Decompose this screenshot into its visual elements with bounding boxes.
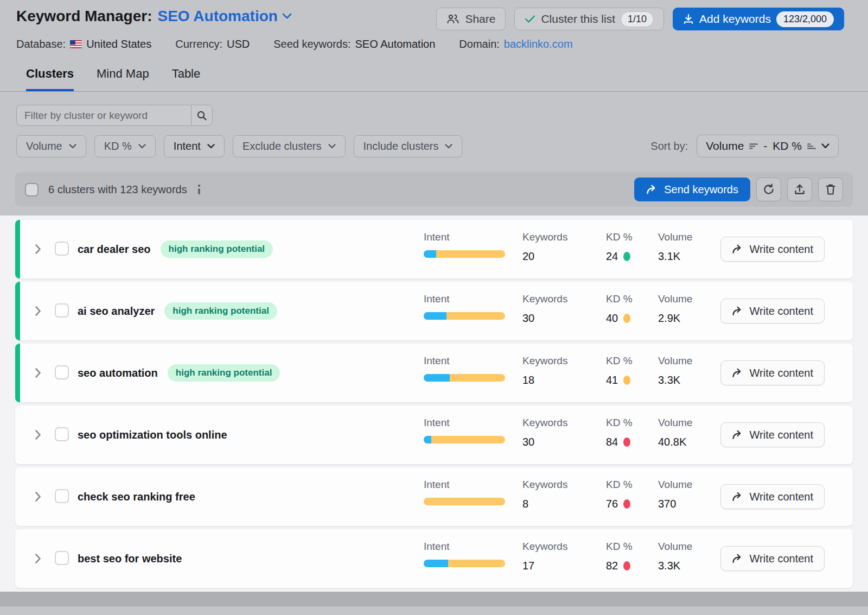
kd-column: KD % 76 [606,479,633,510]
filter-exclude-clusters-label: Exclude clusters [242,140,322,153]
filter-kd[interactable]: KD % [94,135,156,157]
delete-button[interactable] [818,177,843,201]
cluster-row: seo automation high ranking potential In… [15,344,853,402]
select-all-checkbox[interactable] [25,183,39,196]
intent-bar [424,374,505,382]
currency-label: Currency: [175,38,222,50]
row-checkbox[interactable] [55,365,69,379]
intent-bar-commercial-segment [424,312,446,320]
send-keywords-button[interactable]: Send keywords [634,177,750,201]
keywords-column: Keywords 8 [522,479,567,510]
kd-column: KD % 84 [606,417,633,448]
high-ranking-badge: high ranking potential [168,364,280,382]
intent-column: Intent [424,541,505,567]
row-checkbox[interactable] [55,242,69,256]
intent-bar [424,250,505,258]
keywords-column: Keywords 30 [522,293,567,325]
intent-bar [424,560,505,567]
filter-intent[interactable]: Intent [164,135,225,157]
kd-difficulty-dot [623,561,630,570]
intent-label: Intent [424,231,505,243]
cluster-title: seo optimization tools online [78,429,227,441]
row-checkbox[interactable] [55,303,69,318]
filters-section: Volume KD % Intent Exclude clusters Incl… [0,92,868,157]
cluster-title: ai seo analyzer [78,305,155,318]
keywords-value: 30 [522,312,567,325]
selection-toolbar: 6 clusters with 123 keywords Send keywor… [15,172,853,207]
cluster-title: car dealer seo [78,243,151,256]
intent-bar-commercial-segment [424,250,436,258]
row-checkbox[interactable] [55,551,69,565]
expand-row-button[interactable] [35,367,41,378]
filter-intent-label: Intent [174,140,201,153]
write-content-label: Write content [750,491,813,503]
volume-value: 2.9K [658,312,692,325]
sort-secondary-value: KD % [773,140,802,153]
filter-kd-label: KD % [104,140,132,153]
write-arrow-icon [732,244,744,254]
kd-difficulty-dot [623,376,630,385]
kd-value: 82 [606,560,618,572]
expand-row-button[interactable] [35,306,41,316]
share-button[interactable]: Share [436,8,506,30]
add-keywords-button[interactable]: Add keywords 123/2,000 [673,8,844,30]
write-content-button[interactable]: Write content [720,360,825,385]
refresh-button[interactable] [756,177,781,201]
kd-column: KD % 82 [606,541,633,572]
high-ranking-accent-bar [15,282,20,340]
search-button[interactable] [191,105,213,126]
tab-clusters[interactable]: Clusters [26,67,74,91]
domain-link[interactable]: backlinko.com [504,38,573,50]
kd-label: KD % [606,355,633,367]
chevron-down-icon [821,143,829,149]
keywords-value: 18 [522,374,567,386]
sort-select[interactable]: Volume - KD % [697,135,839,157]
write-content-button[interactable]: Write content [720,546,825,571]
export-button[interactable] [787,177,812,201]
expand-row-button[interactable] [35,491,41,502]
cluster-this-list-label: Cluster this list [541,12,615,26]
tab-mind-map[interactable]: Mind Map [97,67,149,91]
tab-table[interactable]: Table [172,67,201,91]
filter-chips-row: Volume KD % Intent Exclude clusters Incl… [16,135,852,157]
intent-column: Intent [424,479,505,505]
filter-exclude-clusters[interactable]: Exclude clusters [233,135,346,157]
kd-column: KD % 24 [606,231,633,263]
database-label: Database: [16,38,66,50]
intent-column: Intent [424,355,505,382]
refresh-icon [763,183,775,195]
intent-column: Intent [424,417,505,443]
chevron-right-icon [35,367,41,378]
filter-include-clusters[interactable]: Include clusters [354,135,463,157]
write-content-button[interactable]: Write content [720,484,825,509]
keywords-value: 8 [522,498,567,510]
share-icon [446,14,459,24]
write-arrow-icon [732,368,744,378]
write-content-button[interactable]: Write content [720,237,825,262]
info-icon[interactable] [197,184,201,195]
clusters-list: car dealer seo high ranking potential In… [0,215,868,592]
cluster-count-badge: 1/10 [621,11,654,27]
expand-row-button[interactable] [35,429,41,440]
row-checkbox[interactable] [55,489,69,503]
write-arrow-icon [732,430,744,440]
volume-label: Volume [658,231,692,243]
filter-volume[interactable]: Volume [16,135,86,157]
write-content-button[interactable]: Write content [720,299,825,324]
expand-row-button[interactable] [35,553,41,564]
intent-label: Intent [424,541,505,553]
row-checkbox[interactable] [55,427,69,441]
chevron-down-icon [445,144,452,149]
expand-row-button[interactable] [35,244,41,255]
intent-column: Intent [424,293,505,320]
seed-keywords-value: SEO Automation [355,38,435,50]
share-label: Share [465,12,495,26]
list-name-dropdown[interactable]: SEO Automation [158,8,292,25]
search-input[interactable] [16,105,191,126]
kd-value: 76 [606,498,618,510]
sort-desc-icon [749,143,758,150]
write-content-button[interactable]: Write content [720,422,825,447]
cluster-this-list-button[interactable]: Cluster this list 1/10 [514,8,664,30]
intent-label: Intent [424,479,505,491]
high-ranking-badge: high ranking potential [164,302,277,320]
